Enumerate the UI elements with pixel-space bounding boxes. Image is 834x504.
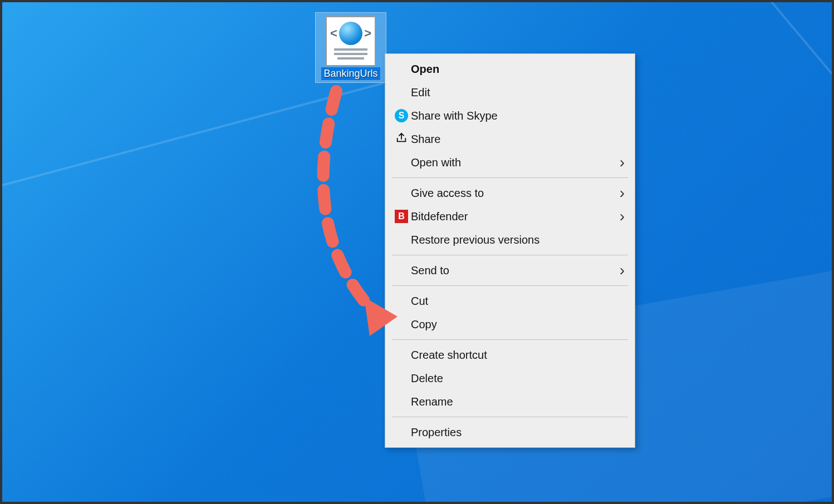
menu-separator bbox=[392, 177, 628, 178]
menu-item-label: Share bbox=[411, 133, 614, 146]
desktop-area: < > BankingUrls OpenEditSShare with Skyp… bbox=[0, 0, 834, 504]
menu-item-label: Properties bbox=[411, 426, 614, 439]
desktop-file-label: BankingUrls bbox=[321, 67, 380, 80]
menu-item-edit[interactable]: Edit bbox=[385, 81, 635, 104]
menu-item-label: Cut bbox=[411, 295, 614, 308]
menu-item-label: Rename bbox=[411, 396, 614, 408]
menu-item-label: Send to bbox=[411, 264, 614, 277]
bitdefender-icon: B bbox=[392, 210, 411, 223]
menu-item-share-with-skype[interactable]: SShare with Skype bbox=[385, 104, 635, 127]
skype-icon: S bbox=[392, 109, 411, 122]
menu-separator bbox=[392, 417, 628, 417]
menu-item-copy[interactable]: Copy bbox=[385, 313, 635, 336]
menu-item-open[interactable]: Open bbox=[385, 57, 635, 81]
menu-item-create-shortcut[interactable]: Create shortcut bbox=[385, 343, 635, 367]
menu-separator bbox=[392, 339, 628, 340]
chevron-right-icon: › bbox=[614, 154, 625, 171]
menu-item-rename[interactable]: Rename bbox=[385, 390, 635, 413]
menu-item-label: Give access to bbox=[411, 187, 614, 200]
chevron-right-icon: › bbox=[614, 184, 625, 202]
context-menu: OpenEditSShare with SkypeShareOpen with›… bbox=[385, 53, 635, 448]
menu-item-share[interactable]: Share bbox=[385, 127, 635, 151]
menu-item-label: Share with Skype bbox=[411, 110, 614, 122]
menu-separator bbox=[392, 285, 628, 286]
menu-item-open-with[interactable]: Open with› bbox=[385, 151, 635, 174]
menu-item-delete[interactable]: Delete bbox=[385, 367, 635, 390]
menu-item-label: Edit bbox=[411, 86, 614, 99]
menu-item-label: Copy bbox=[411, 318, 614, 331]
html-document-icon: < > bbox=[326, 16, 376, 66]
menu-item-properties[interactable]: Properties bbox=[385, 421, 635, 444]
chevron-right-icon: › bbox=[614, 261, 625, 279]
menu-separator bbox=[392, 255, 628, 255]
menu-item-cut[interactable]: Cut bbox=[385, 289, 635, 313]
menu-item-bitdefender[interactable]: BBitdefender› bbox=[385, 205, 635, 228]
desktop-file-bankingurls[interactable]: < > BankingUrls bbox=[315, 12, 386, 83]
menu-item-label: Bitdefender bbox=[411, 210, 614, 223]
menu-item-label: Restore previous versions bbox=[411, 234, 614, 246]
wallpaper-line bbox=[0, 82, 384, 214]
menu-item-send-to[interactable]: Send to› bbox=[385, 259, 635, 282]
chevron-right-icon: › bbox=[614, 207, 625, 225]
menu-item-give-access-to[interactable]: Give access to› bbox=[385, 181, 635, 205]
menu-item-label: Delete bbox=[411, 372, 614, 385]
share-icon bbox=[392, 132, 411, 147]
menu-item-restore-previous-versions[interactable]: Restore previous versions bbox=[385, 228, 635, 251]
menu-item-label: Open bbox=[411, 63, 614, 76]
menu-item-label: Open with bbox=[411, 156, 614, 169]
menu-item-label: Create shortcut bbox=[411, 349, 614, 362]
